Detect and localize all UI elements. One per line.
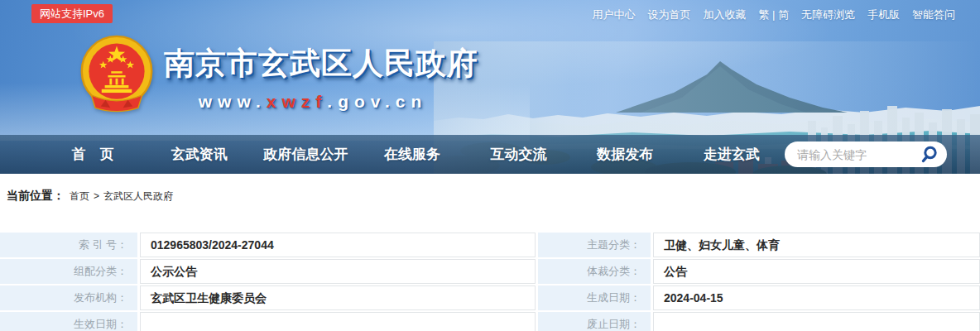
breadcrumb-current: 玄武区人民政府 xyxy=(103,190,173,202)
meta-label-right: 废止日期： xyxy=(538,312,651,331)
meta-value-right: 卫健、妇女儿童、体育 xyxy=(653,233,980,257)
meta-value-left xyxy=(140,312,536,331)
search-box xyxy=(785,142,947,167)
breadcrumb-label: 当前位置： xyxy=(7,189,65,204)
meta-value-right: 公告 xyxy=(653,259,980,284)
national-emblem-icon xyxy=(77,35,156,114)
site-url-suffix: .gov.cn xyxy=(327,92,427,111)
meta-label-left: 组配分类： xyxy=(0,259,137,284)
site-banner: 网站支持IPv6 用户中心设为首页加入收藏繁 | 简无障碍浏览手机版智能答问 南… xyxy=(0,0,980,174)
site-url: www.xwzf.gov.cn xyxy=(164,92,462,112)
meta-value-right: 2024-04-15 xyxy=(653,285,980,310)
top-link[interactable]: 繁 | 简 xyxy=(758,7,789,22)
meta-label-left: 发布机构： xyxy=(0,285,137,310)
meta-label-right: 主题分类： xyxy=(538,233,651,257)
main-navigation: 首 页玄武资讯政府信息公开在线服务互动交流数据发布走进玄武 xyxy=(0,135,980,174)
nav-item[interactable]: 在线服务 xyxy=(359,145,466,164)
top-link[interactable]: 手机版 xyxy=(867,7,900,22)
nav-items: 首 页玄武资讯政府信息公开在线服务互动交流数据发布走进玄武 xyxy=(0,145,785,164)
search-button[interactable] xyxy=(919,144,940,166)
search-input[interactable] xyxy=(797,148,919,161)
site-title: 南京市玄武区人民政府 xyxy=(164,43,462,84)
top-link[interactable]: 设为首页 xyxy=(647,7,690,22)
meta-value-left: 玄武区卫生健康委员会 xyxy=(140,285,536,310)
meta-value-left: 公示公告 xyxy=(140,259,536,284)
breadcrumb-home-link[interactable]: 首页 xyxy=(70,190,89,202)
search-icon xyxy=(920,145,939,165)
top-utility-links: 用户中心设为首页加入收藏繁 | 简无障碍浏览手机版智能答问 xyxy=(592,7,955,22)
nav-item[interactable]: 走进玄武 xyxy=(678,145,785,164)
meta-value-right xyxy=(653,312,980,331)
breadcrumb: 当前位置： 首页>玄武区人民政府 xyxy=(7,189,980,205)
breadcrumb-separator: > xyxy=(94,190,99,202)
nav-item[interactable]: 首 页 xyxy=(40,145,147,164)
meta-label-left: 生效日期： xyxy=(0,312,137,331)
top-link[interactable]: 无障碍浏览 xyxy=(801,7,855,22)
top-link[interactable]: 智能答问 xyxy=(912,7,955,22)
nav-item[interactable]: 数据发布 xyxy=(572,145,679,164)
site-identity: 南京市玄武区人民政府 www.xwzf.gov.cn xyxy=(164,43,462,112)
top-link[interactable]: 加入收藏 xyxy=(703,7,746,22)
ipv6-support-badge: 网站支持IPv6 xyxy=(31,4,113,23)
top-link[interactable]: 用户中心 xyxy=(592,7,635,22)
breadcrumb-path: 首页>玄武区人民政府 xyxy=(70,189,173,204)
meta-label-right: 生成日期： xyxy=(538,285,651,310)
site-url-domain: xwzf xyxy=(267,92,328,111)
nav-item[interactable]: 互动交流 xyxy=(465,145,572,164)
nav-item[interactable]: 政府信息公开 xyxy=(252,145,359,164)
meta-value-left: 012965803/2024-27044 xyxy=(140,233,536,257)
nav-item[interactable]: 玄武资讯 xyxy=(147,145,253,164)
meta-label-right: 体裁分类： xyxy=(538,259,651,284)
meta-label-left: 索 引 号： xyxy=(0,233,137,257)
site-url-www: www. xyxy=(199,92,267,111)
document-metadata-table: 索 引 号： 012965803/2024-27044 主题分类： 卫健、妇女儿… xyxy=(0,233,980,331)
